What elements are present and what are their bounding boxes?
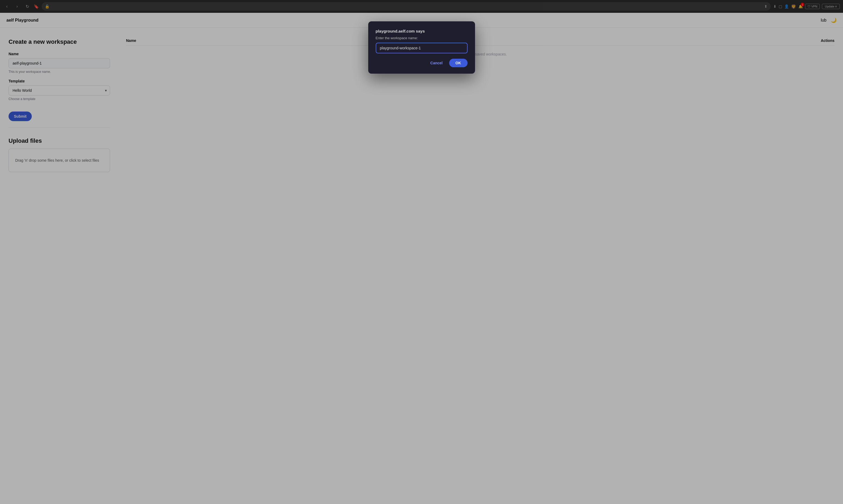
modal-actions: Cancel OK xyxy=(376,59,468,67)
modal-label: Enter the workspace name: xyxy=(376,36,468,40)
modal-ok-button[interactable]: OK xyxy=(449,59,468,67)
modal-overlay: playground.aelf.com says Enter the works… xyxy=(0,0,843,183)
modal-title: playground.aelf.com says xyxy=(376,29,468,33)
modal-input[interactable] xyxy=(376,43,468,53)
modal-dialog: playground.aelf.com says Enter the works… xyxy=(368,21,475,74)
modal-cancel-button[interactable]: Cancel xyxy=(427,59,446,67)
